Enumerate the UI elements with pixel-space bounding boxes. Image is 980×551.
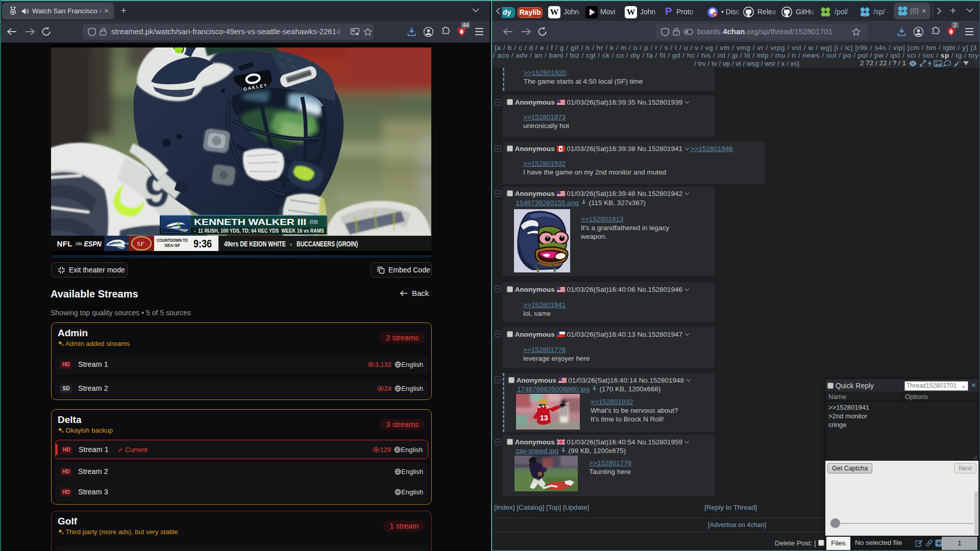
svg-text:11 RUSH, 100 YDS, TD; 64 REC Y: 11 RUSH, 100 YDS, TD; 64 REC YDS WEEK 16… (198, 228, 324, 234)
svg-text:49ers DE KEION WHITE: 49ers DE KEION WHITE (224, 240, 286, 248)
svg-text:COUNTDOWN TO: COUNTDOWN TO (157, 238, 188, 243)
svg-text:RB: RB (310, 219, 318, 225)
svg-text:9:36: 9:36 (193, 238, 212, 250)
svg-text:ESPN: ESPN (84, 239, 102, 248)
svg-text:›: › (194, 229, 195, 234)
svg-text:13: 13 (540, 414, 548, 422)
svg-text:BUCCANEERS (GROIN): BUCCANEERS (GROIN) (297, 240, 358, 248)
svg-text:›: › (290, 241, 292, 248)
svg-text:SF: SF (137, 240, 144, 247)
svg-text:SEA-SF: SEA-SF (164, 243, 180, 248)
svg-text:✕: ✕ (126, 241, 130, 246)
svg-text:NFL: NFL (57, 239, 72, 248)
svg-text:KENNETH WALKER III: KENNETH WALKER III (194, 217, 306, 227)
svg-text:ON: ON (76, 241, 82, 246)
